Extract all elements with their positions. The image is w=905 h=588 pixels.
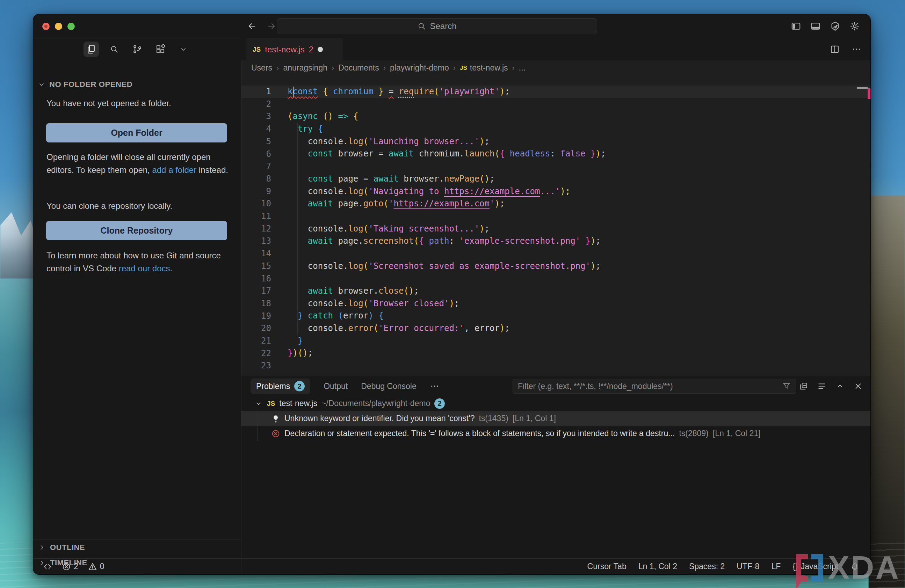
overview-ruler-cursor-mark [857,87,868,89]
close-icon[interactable] [854,382,863,391]
problems-filter-input[interactable]: Filter (e.g. text, **/*.ts, !**/node_mod… [513,379,796,393]
problem-message: Declaration or statement expected. This … [284,429,675,438]
activity-extensions-icon[interactable] [153,41,168,57]
open-folder-button[interactable]: Open Folder [46,123,227,143]
error-icon [62,562,71,571]
collapse-all-icon[interactable] [799,382,808,391]
command-center-search[interactable]: Search [277,18,597,34]
code-line: console.log('Browser closed'); [287,298,605,310]
activity-chevron-down-icon[interactable] [176,41,191,57]
breadcrumb-item[interactable]: Users [251,63,272,73]
line-number: 20 [241,322,271,335]
back-icon[interactable] [247,21,257,31]
statusbar-left: 20 [33,562,105,571]
panel-left-icon[interactable] [791,21,801,32]
open-folder-hint: Opening a folder will close all currentl… [46,151,228,176]
activity-source-control-icon[interactable] [130,41,145,57]
section-no-folder-opened[interactable]: NO FOLDER OPENED [37,80,132,89]
modified-dot-icon[interactable] [318,47,323,52]
read-our-docs-link[interactable]: read our docs [119,264,170,273]
sidebar-explorer: NO FOLDER OPENED You have not yet opened… [33,60,241,572]
clone-repository-button[interactable]: Clone Repository [46,221,227,240]
view-as-list-icon[interactable] [817,382,826,391]
copilot-icon[interactable] [830,21,840,32]
panel-bottom-icon[interactable] [810,21,821,32]
tab-test-new-js[interactable]: JS test-new.js 2 [246,38,343,61]
git-docs-text: To learn more about how to use Git and s… [46,249,228,275]
line-number: 18 [241,298,271,310]
search-placeholder: Search [430,21,456,31]
statusbar-item-utf-8[interactable]: UTF-8 [737,562,759,571]
section-outline[interactable]: OUTLINE [33,539,241,555]
more-icon[interactable] [851,44,861,54]
statusbar-item-cursor-tab[interactable]: Cursor Tab [587,562,627,571]
split-editor-icon[interactable] [830,44,840,54]
zoom-window-button[interactable] [67,23,75,30]
line-number: 21 [241,335,271,347]
window-controls [42,23,75,30]
code-line [287,210,605,223]
code-line: const browser = await chromium.launch({ … [287,148,605,160]
forward-icon[interactable] [267,21,276,31]
code-line: kconst { chromium } = require('playwrigh… [287,86,605,98]
activity-bar [33,38,242,60]
code-editor[interactable]: 1234567891011121314151617181920212223 kc… [241,75,870,376]
breadcrumb-separator: › [383,63,386,73]
chevron-up-icon[interactable] [835,382,845,391]
statusbar-item-0[interactable]: 0 [88,562,105,571]
statusbar-item-ln-1-col-2[interactable]: Ln 1, Col 2 [638,562,677,571]
code-content[interactable]: kconst { chromium } = require('playwrigh… [287,86,605,372]
tab-problem-badge: 2 [309,45,313,54]
panel-tab-problems[interactable]: Problems2 [251,379,310,394]
statusbar-item-lf[interactable]: LF [771,562,781,571]
tree-indent-guide [257,411,258,441]
no-folder-text: You have not yet opened a folder. [46,97,228,109]
code-line: await page.goto('https://example.com'); [287,198,605,210]
breadcrumb-item[interactable]: anuragsingh [283,63,327,73]
filter-funnel-icon[interactable] [782,382,791,391]
vscode-window: Search JS test-new.js 2 NO FOLDER OPENED… [33,14,871,575]
code-line [287,98,605,111]
breadcrumb-item[interactable]: playwright-demo [390,63,449,73]
panel-tab-debug-console[interactable]: Debug Console [361,382,416,391]
line-number: 1 [241,86,271,98]
xda-watermark: XDA [796,549,900,586]
problems-file-group[interactable]: JS test-new.js ~/Documents/playwright-de… [241,396,870,411]
problem-row[interactable]: Declaration or statement expected. This … [241,426,870,441]
problems-tree: JS test-new.js ~/Documents/playwright-de… [241,396,870,441]
line-number: 12 [241,223,271,235]
more-icon[interactable] [430,381,440,391]
tab-label: test-new.js [265,45,304,54]
code-line: await page.screenshot({ path: 'example-s… [287,235,605,247]
code-line: console.error('Error occurred:', error); [287,322,605,335]
lightbulb-icon [271,414,280,423]
breadcrumb-item[interactable]: ... [519,63,526,73]
code-line: console.log('Launching browser...'); [287,135,605,148]
xda-red-bracket [796,554,808,582]
code-line [287,160,605,173]
error-icon [271,429,280,438]
breadcrumb-item[interactable]: JStest-new.js [460,63,508,73]
code-line: (async () => { [287,110,605,123]
problem-row[interactable]: Unknown keyword or identifier. Did you m… [241,411,870,426]
line-number: 13 [241,235,271,247]
panel-tab-output[interactable]: Output [324,382,348,391]
xda-letters: XDA [828,549,900,586]
line-number: 5 [241,135,271,148]
line-number: 7 [241,160,271,173]
breadcrumb-item[interactable]: Documents [338,63,379,73]
close-window-button[interactable] [42,23,49,30]
activity-explorer-icon[interactable] [84,41,99,57]
code-line: } [287,335,605,347]
panel-actions [799,378,863,394]
statusbar-item[interactable] [43,562,52,571]
gear-icon[interactable] [849,21,860,32]
activity-search-icon[interactable] [106,41,122,57]
chevron-down-icon [254,399,263,408]
add-a-folder-link[interactable]: add a folder [152,165,196,174]
statusbar-item-spaces-2[interactable]: Spaces: 2 [689,562,725,571]
breadcrumb: Users›anuragsingh›Documents›playwright-d… [241,60,870,75]
chevron-down-icon [37,80,46,89]
minimize-window-button[interactable] [55,23,62,30]
statusbar-item-2[interactable]: 2 [62,562,78,571]
